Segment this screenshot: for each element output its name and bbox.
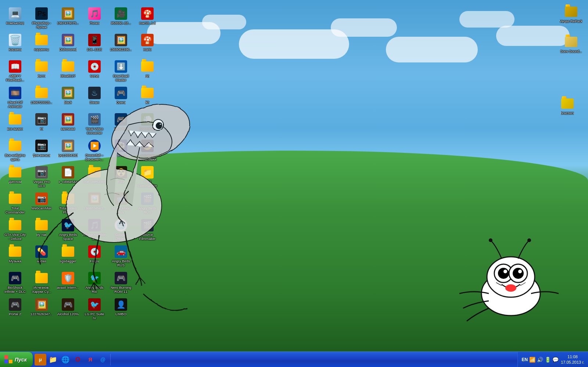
icon-sgsdagger[interactable]: sgsdagger — [55, 244, 81, 270]
svg-rect-18 — [4, 360, 8, 363]
icon-gtavice[interactable]: 🚗 Angry Birds RUS — [108, 244, 134, 270]
taskbar-explorer[interactable]: 📁 — [47, 354, 59, 366]
start-button[interactable]: Пуск — [0, 352, 33, 367]
svg-rect-19 — [9, 360, 12, 363]
tray-notification[interactable]: 💬 — [552, 357, 559, 363]
icon-kartinki[interactable]: GTA Vice City - Deluxe — [2, 217, 28, 244]
taskbar-chrome[interactable]: 🌐 — [60, 354, 71, 366]
svg-point-14 — [489, 238, 492, 242]
tray-clock[interactable]: 11:08 17.05.2013 г. — [561, 354, 584, 365]
desktop: 💻 Компьютер 🗑️ Корзина 📖 ABBYY FineRead.… — [0, 0, 588, 367]
icon-asdas[interactable]: Total Video Player — [55, 191, 81, 217]
icon-artur[interactable]: 📷 Vegas Pro 10.0 — [28, 164, 55, 191]
icon-vegaspro[interactable]: 🎬 Angry Birds RUS — [134, 191, 161, 217]
icon-lkh[interactable]: lkh — [134, 85, 161, 111]
tray-sound[interactable]: 🔊 — [537, 357, 543, 363]
taskbar-utorrent[interactable]: μ — [35, 354, 46, 366]
tray-network[interactable]: 📶 — [529, 357, 535, 363]
icon-img6[interactable]: 🖼️ Dishonored — [55, 32, 81, 58]
icon-computer[interactable]: 💻 Компьютер — [2, 6, 28, 32]
svg-point-7 — [494, 264, 513, 283]
taskbar-opera[interactable]: O — [72, 354, 84, 366]
icon-itunes[interactable]: 🎵 iTunes — [81, 6, 108, 32]
svg-point-9 — [498, 268, 509, 279]
icon-angrybirds-rus[interactable]: 🐦 LG PC Suite IV — [81, 296, 108, 323]
desktop-icons-right: Vegas RePack Sony Sound... brazzers — [558, 4, 584, 60]
svg-point-5 — [481, 271, 540, 316]
icon-tothemoon[interactable]: 🌙 готовые смешнявки — [134, 138, 161, 164]
icon-angrybirds-rio[interactable]: 🐦 Angry Birds Rio — [81, 270, 108, 296]
icon-dlya-vegas[interactable]: Total Commander — [2, 191, 28, 217]
icon-portal2[interactable]: 🎮 Portal 2 — [2, 296, 28, 323]
icon-virusnaya[interactable]: 💊 asdas — [28, 244, 55, 270]
icon-avast[interactable]: 🛡️ avast! Intern... — [55, 270, 81, 296]
icon-vsenaydete[interactable]: 1366720025... — [28, 85, 55, 111]
icon-torrenty[interactable]: торренты — [28, 32, 55, 58]
icon-angrybirds-space[interactable]: 🐦 Angry Birds Space — [55, 217, 81, 244]
icon-mario[interactable]: 🍄 mar10_1.6 — [134, 6, 161, 32]
icon-music[interactable]: Музыка — [2, 244, 28, 270]
icon-totalvideo2[interactable]: ▶️ Dreamfall – Бесконеч... — [81, 138, 108, 164]
icon-img7[interactable]: 🖼️ black — [55, 85, 81, 111]
icon-webcammax[interactable]: 📷 WebcamMax — [28, 191, 55, 217]
icon-neroburning[interactable]: 💿 Артур — [81, 58, 108, 85]
icon-img4[interactable]: 🖼️ 1368074543... — [81, 191, 108, 217]
desktop-icons-area: 💻 Компьютер 🗑️ Корзина 📖 ABBYY FineRead.… — [0, 4, 220, 350]
icon-dreamfall[interactable]: 🎮 Opera — [108, 85, 134, 111]
icon-lanoire[interactable]: 🎮 Nero Burning ROM 11 — [108, 270, 134, 296]
tray-icons: EN 📶 🔊 🔋 💬 — [521, 357, 559, 363]
icon-mario2[interactable]: 🍄 mario — [134, 32, 161, 58]
svg-point-13 — [505, 284, 516, 292]
icon-black[interactable]: 📷 Для вегаса — [28, 138, 55, 164]
icon-fifa[interactable]: ⚽ FIFA 16 — [108, 138, 134, 164]
icon-steam[interactable]: ♨ Steam — [81, 85, 108, 111]
icon-ds3tool[interactable]: 🎮 DS3 Tool — [108, 111, 134, 138]
icon-img5[interactable]: 🖼️ 1367473075... — [55, 6, 81, 32]
icon-img2[interactable]: 🖼️ 1368082396... — [108, 32, 134, 58]
icon-hex[interactable]: 00xa8127 — [55, 58, 81, 85]
icon-totalvideo1[interactable]: 🎬 Total Video Converter — [81, 111, 108, 138]
icon-fraps[interactable]: 📹 To the Moon Rus — [108, 191, 134, 217]
icon-abbyy[interactable]: 📖 ABBYY FineRead... — [2, 58, 28, 85]
icon-img3[interactable]: 🖼️ 1227626347... — [28, 296, 55, 323]
icon-bioshock[interactable]: 🎮 BioShock Infinite + DLC — [2, 270, 28, 296]
icon-sourcefilmmaker[interactable]: 🎬 Source Filmmaker — [134, 217, 161, 244]
taskbar-mail[interactable]: @ — [97, 354, 109, 366]
icon-chrome[interactable]: 🌐 Google Chrome — [108, 217, 134, 244]
icon-totalcommander[interactable]: 📁 Total Commander — [134, 164, 161, 191]
icon-vsevideo[interactable]: все видео — [2, 111, 28, 138]
icon-lgpc[interactable]: 📱 104_3335 — [81, 32, 108, 58]
icon-jpg[interactable]: 🖼️ jpg12654363 — [55, 138, 81, 164]
icon-gotovye[interactable]: Все найдёте здесь — [2, 138, 28, 164]
icon-brazzers[interactable]: brazzers — [554, 96, 581, 122]
icon-alcohol[interactable]: 💿 Fraps — [81, 244, 108, 270]
icon-num3[interactable]: 📷 #3 — [28, 111, 55, 138]
icon-gjn[interactable]: gjn — [134, 58, 161, 85]
icon-vegas-repack[interactable]: Vegas RePack — [558, 4, 584, 30]
icon-sony-sound[interactable]: Sony Sound... — [558, 34, 584, 60]
svg-point-6 — [487, 257, 535, 297]
icon-dishonored[interactable]: 🎮 Alcohol 120% — [55, 296, 81, 323]
icon-foto[interactable]: фото — [28, 58, 55, 85]
icon-ulead[interactable]: 🎞️ Ulead Gif Animator — [2, 85, 28, 111]
tray-date-display: 17.05.2013 г. — [561, 360, 584, 365]
tray-time-display: 11:08 — [567, 354, 578, 359]
icon-i70e[interactable]: i70E-38HU3bY — [81, 164, 108, 191]
icon-fo2[interactable]: ☢️ FO2 — [108, 164, 134, 191]
icon-downloadmaster[interactable]: ⬇️ Download Master — [108, 58, 134, 85]
svg-point-11 — [503, 270, 507, 273]
icon-xcd[interactable]: 📄 x_cd96e544 — [55, 164, 81, 191]
icon-diplom[interactable]: Диплом — [2, 164, 28, 191]
icon-ischeznov[interactable]: Исчезнов. Харуки Су... — [28, 270, 55, 296]
icon-nutak[interactable]: ну так — [28, 217, 55, 244]
windows-logo — [4, 355, 13, 364]
icon-limbo[interactable]: 👤 LIMBO — [108, 296, 134, 323]
taskbar-yandex[interactable]: Я — [85, 354, 96, 366]
svg-point-12 — [518, 270, 522, 273]
icon-recycle[interactable]: 🗑️ Корзина — [2, 32, 28, 58]
icon-img8[interactable]: 🖼️ картинки — [55, 111, 81, 138]
icon-speedfan[interactable]: 💨 SpeedFan — [134, 111, 161, 138]
icon-adobeaudition[interactable]: 🎵 Adobe Audition 1.5 — [81, 217, 108, 244]
icon-photoshop[interactable]: Ps Photoshop - Ярлык — [28, 6, 55, 32]
icon-bandicam[interactable]: 🎥 953550_02... — [108, 6, 134, 32]
